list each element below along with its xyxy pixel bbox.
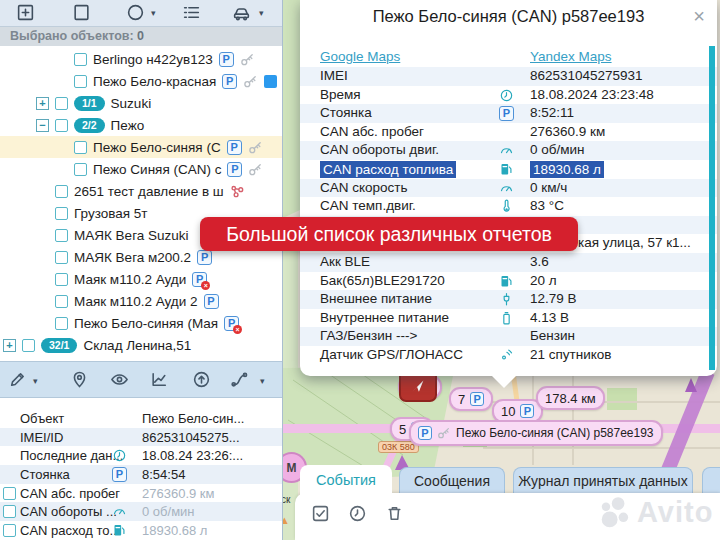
popup-row-value: 0 км/ч: [530, 180, 567, 195]
item-checkbox[interactable]: [55, 295, 68, 308]
item-checkbox[interactable]: [74, 53, 87, 66]
key-icon: [437, 426, 451, 440]
item-checkbox[interactable]: [74, 75, 87, 88]
tree-item[interactable]: Маяк м110.2 АудиP: [0, 268, 282, 290]
tree-item-label: Пежо Синяя (CAN) с: [93, 162, 221, 177]
objects-toolbar: ▾▾: [0, 0, 282, 27]
popup-row-value: 4.13 В: [530, 310, 569, 325]
yandex-maps-link[interactable]: Yandex Maps: [530, 49, 612, 64]
detail-value: 862531045275...: [142, 430, 240, 445]
map-cluster-marker[interactable]: 7 P: [449, 387, 493, 411]
square-icon[interactable]: [72, 3, 91, 26]
popup-row-value: 276360.9 км: [530, 124, 605, 139]
object-tools-bar: ▾▾: [0, 361, 282, 398]
tree-item[interactable]: Маяк м110.2 Ауди 2P: [0, 290, 282, 312]
popup-row-value: 21 спутников: [530, 347, 612, 362]
tree-item[interactable]: Пежо Бело-краснаяP: [0, 70, 282, 92]
popup-row-value: Бензин: [530, 328, 575, 343]
item-checkbox[interactable]: [55, 273, 68, 286]
pin-icon[interactable]: [70, 370, 89, 393]
google-maps-link[interactable]: Google Maps: [320, 49, 400, 64]
watermark-text: Avito: [637, 496, 713, 529]
chevron-down-icon[interactable]: ▾: [259, 8, 264, 18]
detail-value: 0 об/мин: [142, 504, 195, 519]
item-checkbox[interactable]: [74, 163, 87, 176]
sensor-checkbox[interactable]: [3, 487, 16, 500]
selected-objects-bar: Выбрано объектов: 0: [0, 27, 282, 46]
item-checkbox[interactable]: [55, 317, 68, 330]
fuel-icon: [112, 523, 127, 538]
pencil-icon[interactable]: [8, 370, 27, 393]
popup-row-label: IMEI: [320, 68, 348, 83]
tree-item-label: 2651 тест давление в ш: [74, 184, 224, 199]
checkbox-checked-icon[interactable]: [311, 504, 330, 527]
popup-row-label: Бак(65л)BLE291720: [320, 273, 445, 288]
item-checkbox[interactable]: [55, 251, 68, 264]
parking-icon: P: [227, 162, 242, 177]
key-icon: [240, 52, 255, 67]
add-square-icon[interactable]: [16, 3, 35, 26]
item-checkbox[interactable]: [55, 207, 68, 220]
tree-item[interactable]: −2/2Пежо: [0, 114, 282, 136]
item-checkbox[interactable]: [55, 119, 68, 132]
chart-icon[interactable]: [150, 370, 169, 393]
blue-square-icon: [264, 75, 277, 88]
upload-icon[interactable]: [192, 370, 211, 393]
tree-item[interactable]: Berlingo н422ув123P: [0, 48, 282, 70]
tree-item[interactable]: Пежо Бело-синяя (СP: [0, 136, 282, 158]
tree-item-label: МАЯК Вега Suzuki: [74, 228, 189, 243]
tab-messages[interactable]: Сообщения: [399, 467, 505, 494]
watermark: Avito: [597, 493, 713, 531]
collapse-icon[interactable]: −: [36, 119, 49, 132]
tree-item[interactable]: Пежо Синяя (CAN) сP: [0, 158, 282, 180]
sensor-checkbox[interactable]: [3, 505, 16, 518]
popup-row-label: CAN обороты двиг.: [320, 142, 439, 157]
expand-icon[interactable]: +: [36, 97, 49, 110]
trash-icon[interactable]: [385, 504, 404, 527]
list-icon[interactable]: [182, 3, 201, 26]
tab-partial[interactable]: [702, 467, 720, 494]
popup-row: Внешнее питание12.79 В: [300, 290, 717, 309]
cluster-count: 10: [501, 404, 515, 419]
popup-row-value: 18930.68 л: [530, 161, 604, 178]
map-vehicle-label[interactable]: P Пежо Бело-синяя (CAN) p587ee193: [409, 420, 663, 446]
navigation-arrow-icon: [409, 377, 427, 395]
detail-label: Последние дан...: [20, 448, 123, 463]
tab-events[interactable]: События: [300, 465, 392, 495]
popup-row-label: Время: [320, 87, 361, 102]
close-icon[interactable]: ×: [693, 5, 705, 28]
popup-row-label: Акк BLE: [320, 254, 370, 269]
item-checkbox[interactable]: [55, 97, 68, 110]
detail-value: 18930.68 л: [142, 523, 207, 538]
circle-select-icon[interactable]: [126, 3, 145, 26]
item-checkbox[interactable]: [55, 229, 68, 242]
expand-icon[interactable]: +: [3, 339, 16, 352]
detail-label: Объект: [20, 411, 64, 426]
item-checkbox[interactable]: [22, 339, 35, 352]
tree-item-label: Пежо Бело-синяя (С: [93, 140, 221, 155]
parking-icon: P: [197, 250, 212, 265]
popup-row-label: ГАЗ/Бензин --->: [320, 328, 417, 343]
chevron-down-icon[interactable]: ▾: [260, 376, 265, 386]
tab-data-log[interactable]: Журнал принятых данных: [513, 467, 693, 494]
clock-lg-icon[interactable]: [348, 504, 367, 527]
parking-icon: P: [222, 74, 237, 89]
car-icon[interactable]: [232, 3, 251, 26]
popup-scrollbar[interactable]: [709, 46, 715, 370]
tree-item[interactable]: +32/1Склад Ленина,51: [0, 334, 282, 356]
tree-item[interactable]: +1/1Suzuki: [0, 92, 282, 114]
tree-item-label: Маяк м110.2 Ауди 2: [74, 294, 198, 309]
sensor-checkbox[interactable]: [3, 524, 16, 537]
chevron-down-icon[interactable]: ▾: [33, 376, 38, 386]
eye-icon[interactable]: [110, 370, 129, 393]
key-icon: [248, 162, 263, 177]
route-icon[interactable]: [230, 370, 249, 393]
clock-icon: [112, 448, 127, 463]
vehicle-info-popup: Пежо Бело-синяя (CAN) p587ee193 × Google…: [300, 0, 717, 376]
popup-title: Пежо Бело-синяя (CAN) p587ee193: [300, 7, 717, 26]
tree-item[interactable]: 2651 тест давление в ш: [0, 180, 282, 202]
item-checkbox[interactable]: [74, 141, 87, 154]
tree-item[interactable]: Пежо Бело-синяя (МаяP: [0, 312, 282, 334]
chevron-down-icon[interactable]: ▾: [151, 8, 156, 18]
item-checkbox[interactable]: [55, 185, 68, 198]
